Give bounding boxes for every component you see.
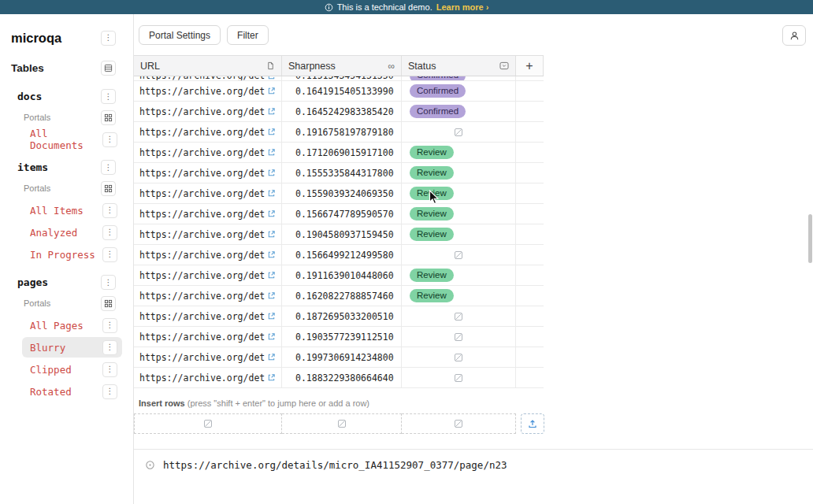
sharpness-cell[interactable]: 0.1903577239112510 xyxy=(282,327,402,346)
url-cell[interactable]: https://archive.org/det xyxy=(134,327,282,346)
record-detail-bar[interactable]: https://archive.org/details/micro_IA4115… xyxy=(134,449,813,480)
portal-menu-button[interactable]: ⋮ xyxy=(102,362,117,377)
external-link-icon[interactable] xyxy=(267,332,276,341)
url-cell[interactable]: https://archive.org/det xyxy=(134,143,282,162)
sidebar-table-name[interactable]: docs xyxy=(17,91,42,102)
portals-grid-button[interactable] xyxy=(101,296,116,311)
external-link-icon[interactable] xyxy=(267,353,276,361)
sharpness-cell[interactable]: 0.1712069015917100 xyxy=(282,143,402,162)
external-link-icon[interactable] xyxy=(267,148,276,157)
url-cell[interactable]: https://archive.org/det xyxy=(134,183,282,203)
workspace-menu-button[interactable]: ⋮ xyxy=(101,31,116,46)
sidebar-portal-all-pages[interactable]: All Pages ⋮ xyxy=(22,315,122,335)
status-cell[interactable] xyxy=(402,347,516,367)
status-cell[interactable] xyxy=(402,368,516,387)
external-link-icon[interactable] xyxy=(267,250,276,259)
url-cell[interactable]: https://archive.org/det xyxy=(134,286,282,306)
url-cell[interactable]: https://archive.org/det xyxy=(134,347,282,367)
status-badge[interactable]: Confirmed xyxy=(410,105,466,119)
status-cell[interactable]: Review xyxy=(402,204,516,224)
vertical-scrollbar[interactable] xyxy=(808,214,812,263)
status-cell[interactable] xyxy=(402,306,516,326)
sharpness-cell[interactable]: 0.1872695033200510 xyxy=(282,306,402,326)
status-cell[interactable]: Review xyxy=(402,224,516,244)
sharpness-cell[interactable]: 0.1904580937159450 xyxy=(282,224,402,244)
status-cell[interactable]: Review xyxy=(402,183,516,203)
status-badge[interactable]: Review xyxy=(410,166,454,180)
external-link-icon[interactable] xyxy=(267,107,276,116)
url-cell[interactable]: https://archive.org/det xyxy=(134,224,282,244)
url-cell[interactable]: https://archive.org/det xyxy=(134,245,282,265)
user-account-button[interactable] xyxy=(782,25,806,46)
add-column-button[interactable]: + xyxy=(516,56,544,76)
status-cell[interactable]: Review xyxy=(402,143,516,162)
column-header-url[interactable]: URL xyxy=(134,56,282,76)
sidebar-table-name[interactable]: items xyxy=(17,161,48,173)
sharpness-cell[interactable]: 0.1645242983385420 xyxy=(282,102,402,121)
sidebar-portal-all-documents[interactable]: All Documents ⋮ xyxy=(22,129,122,150)
portal-menu-button[interactable]: ⋮ xyxy=(102,247,117,262)
status-badge[interactable]: Confirmed xyxy=(410,84,466,98)
sharpness-cell[interactable]: 0.1555335844317800 xyxy=(282,163,402,183)
sidebar-portal-rotated[interactable]: Rotated ⋮ xyxy=(22,381,122,402)
portal-menu-button[interactable]: ⋮ xyxy=(102,318,117,333)
portal-menu-button[interactable]: ⋮ xyxy=(102,132,117,147)
insert-cell-url[interactable] xyxy=(134,413,282,434)
status-cell[interactable]: Confirmed xyxy=(402,81,516,101)
learn-more-link[interactable]: Learn more › xyxy=(436,2,489,12)
status-badge[interactable]: Review xyxy=(410,228,454,242)
tables-list-button[interactable] xyxy=(101,61,116,76)
external-link-icon[interactable] xyxy=(267,209,276,218)
url-cell[interactable]: https://archive.org/det xyxy=(134,122,282,142)
insert-cell-status[interactable] xyxy=(402,413,516,434)
sharpness-cell[interactable]: 0.1911639010448060 xyxy=(282,265,402,285)
external-link-icon[interactable] xyxy=(267,87,276,95)
status-badge[interactable]: Review xyxy=(410,269,454,283)
portal-menu-button[interactable]: ⋮ xyxy=(102,340,117,355)
external-link-icon[interactable] xyxy=(267,128,276,136)
sharpness-cell[interactable]: 0.1566499212499580 xyxy=(282,245,402,265)
status-cell[interactable] xyxy=(402,245,516,265)
insert-cell-sharpness[interactable] xyxy=(282,413,402,434)
sidebar-portal-analyzed[interactable]: Analyzed ⋮ xyxy=(22,222,122,243)
url-cell[interactable]: https://archive.org/det xyxy=(134,368,282,387)
external-link-icon[interactable] xyxy=(267,373,276,382)
sidebar-portal-all-items[interactable]: All Items ⋮ xyxy=(22,200,122,220)
url-cell[interactable]: https://archive.org/det xyxy=(134,204,282,224)
status-badge[interactable]: Review xyxy=(410,289,454,303)
status-badge[interactable]: Review xyxy=(410,146,454,160)
sidebar-table-name[interactable]: pages xyxy=(17,276,48,288)
portal-menu-button[interactable]: ⋮ xyxy=(102,384,117,399)
table-menu-button[interactable]: ⋮ xyxy=(101,160,116,175)
url-cell[interactable]: https://archive.org/det xyxy=(134,102,282,121)
external-link-icon[interactable] xyxy=(267,76,276,80)
sharpness-cell[interactable]: 0.1916758197879180 xyxy=(282,122,402,142)
sidebar-portal-in-progress[interactable]: In Progress ⋮ xyxy=(22,244,122,265)
status-badge[interactable]: Review xyxy=(410,187,454,201)
url-cell[interactable]: https://archive.org/det xyxy=(134,163,282,183)
url-cell[interactable]: https://archive.org/det xyxy=(134,81,282,101)
sharpness-cell[interactable]: 0.1559039324069350 xyxy=(282,183,402,203)
external-link-icon[interactable] xyxy=(267,189,276,198)
table-menu-button[interactable]: ⋮ xyxy=(101,89,116,104)
portals-grid-button[interactable] xyxy=(101,181,116,196)
sharpness-cell[interactable]: 0.1620822788857460 xyxy=(282,286,402,306)
url-cell[interactable]: https://archive.org/det xyxy=(134,265,282,285)
column-header-status[interactable]: Status xyxy=(402,56,516,76)
url-cell[interactable]: https://archive.org/det xyxy=(134,306,282,326)
status-cell[interactable] xyxy=(402,122,516,142)
external-link-icon[interactable] xyxy=(267,230,276,239)
sharpness-cell[interactable]: 0.1641915405133990 xyxy=(282,81,402,101)
column-header-sharpness[interactable]: Sharpness ∞ xyxy=(282,56,402,76)
status-badge[interactable]: Review xyxy=(410,207,454,221)
filter-button[interactable]: Filter xyxy=(227,25,269,45)
sharpness-cell[interactable]: 0.1566747789590570 xyxy=(282,204,402,224)
external-link-icon[interactable] xyxy=(267,271,276,280)
portal-menu-button[interactable]: ⋮ xyxy=(102,203,117,218)
sharpness-cell[interactable]: 0.1997306914234800 xyxy=(282,347,402,367)
external-link-icon[interactable] xyxy=(267,169,276,177)
portal-settings-button[interactable]: Portal Settings xyxy=(139,25,221,45)
external-link-icon[interactable] xyxy=(267,291,276,300)
sharpness-cell[interactable]: 0.1883229380664640 xyxy=(282,368,402,387)
import-rows-button[interactable] xyxy=(521,413,544,434)
